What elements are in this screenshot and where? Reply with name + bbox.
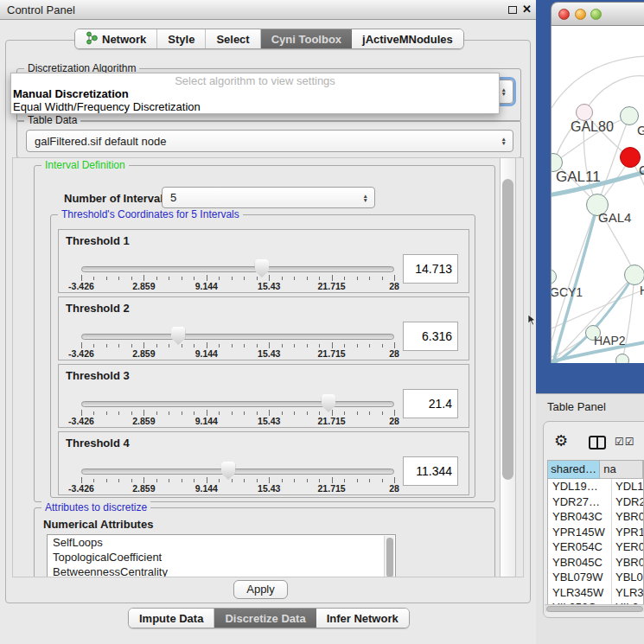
node-right[interactable] [624, 265, 644, 285]
table-panel-title: Table Panel [547, 400, 606, 413]
tick-label: 2.859 [132, 416, 155, 426]
numerical-attributes-label: Numerical Attributes [43, 518, 153, 531]
tick-label: 28 [389, 348, 399, 359]
dropdown-item-equal-width[interactable]: Equal Width/Frequency Discretization [11, 100, 499, 113]
close-icon[interactable]: ✕ [522, 3, 532, 16]
table-cell: YDL19… [548, 479, 612, 494]
tab-cyni-toolbox[interactable]: Cyni Toolbox [261, 29, 352, 48]
tab-jactivemnodules[interactable]: jActiveMNodules [352, 29, 463, 48]
tab-select[interactable]: Select [206, 29, 260, 48]
table-row[interactable]: YBL079WYBL0 [548, 570, 644, 585]
table-cell: YBL0 [612, 570, 644, 585]
tick-label: 21.715 [318, 348, 346, 359]
table-data-combobox[interactable]: galFiltered.sif default node ▲▼ [26, 130, 513, 152]
threshold-4-slider[interactable]: -3.4262.8599.14415.4321.71528 [81, 432, 394, 496]
number-of-intervals-combobox[interactable]: 5 ▲▼ [162, 187, 375, 208]
tick-label: 9.144 [195, 483, 218, 494]
number-of-intervals-value: 5 [170, 191, 176, 204]
table-row[interactable]: YDR27…YDR2 [548, 494, 644, 510]
tab-impute-data[interactable]: Impute Data [129, 609, 214, 628]
table-row[interactable]: YPR145WYPR1 [548, 525, 644, 540]
checkbox-icons[interactable]: ☑☑ [615, 436, 635, 448]
tick-label: 15.43 [258, 416, 280, 426]
tab-label: Select [216, 33, 249, 46]
table-header-row: shared… na [548, 461, 643, 479]
threshold-1-slider[interactable]: -3.4262.8599.14415.4321.71528 [81, 230, 394, 294]
slider-track [81, 401, 394, 407]
minimize-traffic-light-icon[interactable] [575, 9, 586, 20]
zoom-traffic-light-icon[interactable] [590, 9, 602, 20]
node-gcy1[interactable] [551, 269, 557, 284]
tab-label: Network [102, 33, 146, 46]
node-red-selected[interactable] [620, 147, 641, 168]
attribute-item[interactable]: BetweennessCentrality [48, 564, 395, 577]
horizontal-scrollbar[interactable] [545, 604, 644, 612]
scrollbar-thumb[interactable] [546, 606, 643, 612]
node-gal80[interactable] [576, 104, 593, 121]
threshold-2-slider[interactable]: -3.4262.8599.14415.4321.71528 [81, 297, 394, 361]
node-label: HAP2 [594, 334, 626, 348]
control-panel: Control Panel ✕ Network Style Select Cyn… [0, 0, 536, 644]
slider-scale-labels: -3.4262.8599.14415.4321.71528 [81, 483, 394, 494]
threshold-4-box: Threshold 4 -3.4262.8599.14415.4321.7152… [58, 431, 469, 495]
tab-style[interactable]: Style [157, 29, 206, 48]
tab-infer-network[interactable]: Infer Network [316, 609, 409, 628]
scrollbar-thumb[interactable] [502, 179, 513, 480]
table-row[interactable]: YBR045CYBR0 [548, 555, 644, 571]
list-scrollbar[interactable] [384, 536, 394, 577]
tick-label: -3.426 [68, 348, 94, 359]
table-cell: YER0 [612, 539, 644, 555]
interval-definition-group: Interval Definition Number of Intervals … [34, 165, 495, 502]
spinner-arrows-icon: ▲▼ [363, 194, 368, 202]
column-header-name[interactable]: na [600, 461, 643, 479]
tick-label: -3.426 [68, 281, 94, 291]
network-canvas[interactable]: GAL80GACGAL11GAL4GCY1HHAP2 [551, 26, 644, 363]
numerical-attributes-list[interactable]: SelfLoopsTopologicalCoefficientBetweenne… [47, 534, 396, 577]
threshold-2-box: Threshold 2 -3.4262.8599.14415.4321.7152… [58, 296, 469, 360]
slider-track [81, 469, 394, 475]
tick-label: 21.715 [318, 281, 346, 291]
cyni-bottom-tabs: Impute Data Discretize Data Infer Networ… [128, 608, 410, 628]
node-gal3[interactable] [620, 106, 639, 125]
tick-label: 15.43 [258, 483, 280, 494]
table-cell: YDR2 [612, 494, 644, 510]
table-row[interactable]: YDL19…YDL1 [548, 479, 644, 494]
tick-label: 28 [389, 416, 399, 426]
threshold-1-box: Threshold 1 -3.4262.8599.14415.4321.7152… [58, 229, 469, 293]
algorithm-dropdown-popup: Select algorithm to view settings Manual… [10, 73, 500, 114]
threshold-1-value-field[interactable] [403, 254, 458, 284]
tab-discretize-data[interactable]: Discretize Data [214, 609, 316, 628]
split-column-icon[interactable] [589, 436, 606, 450]
attribute-item[interactable]: SelfLoops [48, 535, 395, 550]
threshold-4-value-field[interactable] [403, 456, 458, 486]
table-row[interactable]: YER054CYER0 [548, 539, 644, 555]
node-bottom[interactable] [615, 354, 629, 363]
float-window-icon[interactable] [508, 6, 517, 14]
node-label: C [639, 163, 644, 177]
threshold-3-slider[interactable]: -3.4262.8599.14415.4321.71528 [81, 365, 394, 429]
close-traffic-light-icon[interactable] [558, 9, 570, 20]
table-row[interactable]: YBR043CYBR0 [548, 509, 644, 525]
node-label: GAL4 [598, 210, 631, 225]
slider-track [81, 334, 394, 340]
spinner-arrows-icon: ▲▼ [501, 87, 507, 96]
table-cell: YBL079W [548, 570, 612, 585]
threshold-3-value-field[interactable] [403, 389, 458, 418]
table-cell: YPR145W [548, 525, 612, 540]
apply-button[interactable]: Apply [233, 580, 288, 599]
tab-network[interactable]: Network [75, 29, 157, 48]
gear-icon[interactable]: ⚙ [554, 433, 568, 449]
node-label: GAL11 [556, 169, 601, 186]
tick-label: 2.859 [132, 348, 155, 359]
vertical-scrollbar[interactable] [500, 157, 516, 577]
dropdown-item-manual[interactable]: Manual Discretization [11, 87, 499, 100]
threshold-2-value-field[interactable] [403, 322, 458, 351]
attribute-item[interactable]: TopologicalCoefficient [48, 550, 395, 564]
column-header-shared[interactable]: shared… [548, 461, 600, 479]
tick-label: 9.144 [195, 281, 218, 291]
spinner-arrows-icon: ▲▼ [501, 137, 507, 145]
node-label: H [640, 284, 644, 297]
network-window-titlebar[interactable] [551, 2, 644, 26]
tick-label: 28 [389, 483, 399, 494]
table-row[interactable]: YLR345WYLR3 [548, 585, 644, 601]
